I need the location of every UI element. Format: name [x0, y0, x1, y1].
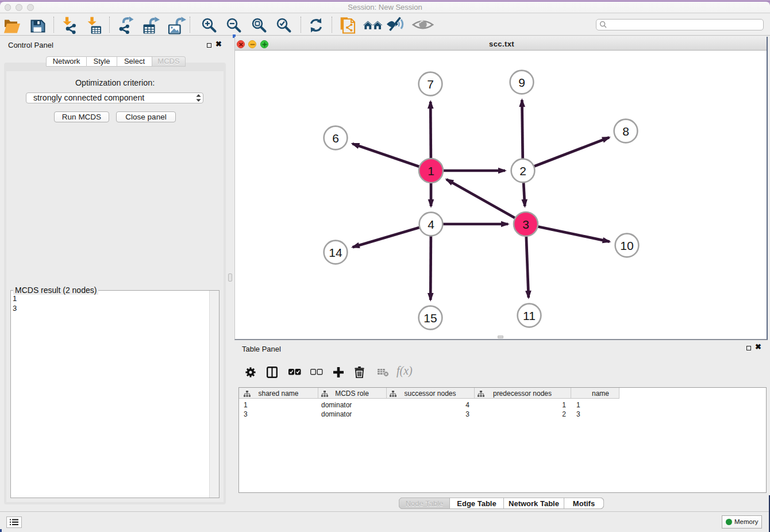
svg-text:9: 9 — [518, 76, 525, 89]
svg-text:10: 10 — [620, 239, 633, 252]
svg-text:3: 3 — [522, 218, 529, 231]
svg-text:6: 6 — [332, 132, 339, 145]
svg-text:11: 11 — [523, 309, 536, 322]
svg-text:1: 1 — [428, 164, 434, 178]
svg-text:4: 4 — [428, 218, 434, 231]
svg-text:7: 7 — [427, 78, 434, 91]
svg-text:8: 8 — [622, 125, 629, 138]
svg-text:14: 14 — [329, 246, 342, 259]
svg-text:15: 15 — [424, 311, 437, 325]
svg-text:2: 2 — [519, 164, 526, 178]
